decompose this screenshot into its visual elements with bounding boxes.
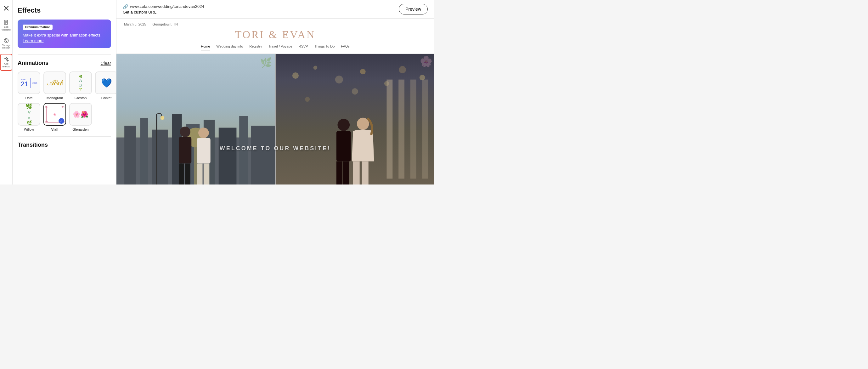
- svg-point-33: [313, 66, 317, 70]
- svg-rect-27: [185, 163, 190, 185]
- effects-title: Effects: [18, 6, 111, 14]
- svg-rect-51: [362, 161, 369, 185]
- animation-card-date[interactable]: SEP 21 2026: [18, 71, 40, 94]
- sidebar-item-label: Change Design: [1, 44, 11, 50]
- svg-point-39: [305, 97, 310, 102]
- animation-label-willow: Willow: [24, 127, 34, 131]
- url-row: 🔗 www.zola.com/wedding/toriandevan2024: [123, 4, 204, 9]
- nav-item-rsvp[interactable]: RSVP: [299, 44, 308, 50]
- svg-point-35: [360, 69, 366, 74]
- preview-area: 🔗 www.zola.com/wedding/toriandevan2024 G…: [117, 0, 434, 185]
- wedding-location: Georgetown, TN: [152, 22, 178, 26]
- svg-point-8: [7, 39, 7, 40]
- premium-text: Make it extra special with animation eff…: [23, 32, 106, 44]
- animations-grid: SEP 21 2026 Date 𝒜&𝒷 Monogram: [18, 71, 111, 131]
- svg-rect-44: [422, 80, 428, 179]
- hero-area: 🌿: [117, 54, 434, 185]
- sidebar-item-label: Edit Website: [1, 26, 11, 31]
- link-icon: 🔗: [123, 4, 128, 9]
- sidebar-item-edit-website[interactable]: Edit Website: [0, 18, 12, 33]
- animation-label-locket: Locket: [101, 96, 112, 100]
- svg-point-6: [4, 38, 8, 43]
- sidebar: Edit Website Change Design Add effects: [0, 0, 12, 185]
- nav-item-travel[interactable]: Travel / Voyage: [269, 44, 292, 50]
- hero-text: WELCOME TO OUR WEBSITE!: [117, 145, 434, 152]
- premium-banner: Premium feature Make it extra special wi…: [18, 20, 111, 48]
- floral-decoration-left: 🌿: [260, 57, 272, 68]
- svg-rect-30: [197, 163, 203, 185]
- effects-panel: Effects Premium feature Make it extra sp…: [12, 0, 117, 185]
- nav-item-home[interactable]: Home: [201, 44, 210, 50]
- sparkle-icon: [3, 56, 9, 62]
- preview-button[interactable]: Preview: [399, 4, 428, 14]
- wedding-meta: March 8, 2025 Georgetown, TN: [124, 22, 427, 26]
- animation-card-glenarden[interactable]: 🌸🌺: [69, 103, 92, 126]
- svg-rect-50: [353, 161, 360, 185]
- svg-rect-19: [251, 126, 275, 185]
- nav-item-things-to-do[interactable]: Things To Do: [314, 44, 335, 50]
- animation-label-glenarden: Glenarden: [72, 127, 88, 131]
- sidebar-item-label: Add effects: [2, 63, 10, 68]
- website-preview: March 8, 2025 Georgetown, TN TORI & EVAN…: [117, 19, 434, 185]
- svg-point-40: [351, 88, 358, 94]
- animations-title: Animations: [18, 60, 49, 66]
- svg-point-24: [180, 126, 190, 137]
- animation-item-willow: 🌿 H B 🌿 Willow: [18, 103, 40, 131]
- transitions-title: Transitions: [18, 142, 111, 148]
- floral-decoration-right: 🌸: [420, 55, 432, 67]
- url-info: 🔗 www.zola.com/wedding/toriandevan2024 G…: [123, 4, 204, 14]
- hero-text-container: WELCOME TO OUR WEBSITE!: [117, 145, 434, 152]
- animation-item-monogram: 𝒜&𝒷 Monogram: [43, 71, 66, 100]
- animation-item-viall: ❧ ❧ ❧ ❧ 🌸 ✓ Viall: [43, 103, 66, 131]
- document-icon: [3, 20, 9, 25]
- svg-rect-31: [204, 163, 209, 185]
- sidebar-item-add-effects[interactable]: Add effects: [0, 54, 12, 71]
- svg-rect-11: [124, 126, 136, 185]
- animation-item-date: SEP 21 2026 Date: [18, 71, 40, 100]
- clear-button[interactable]: Clear: [101, 61, 111, 66]
- hero-photo-right: 🌸: [276, 54, 434, 185]
- wedding-header: March 8, 2025 Georgetown, TN TORI & EVAN…: [117, 19, 434, 54]
- animation-label-date: Date: [25, 96, 32, 100]
- animation-card-viall[interactable]: ❧ ❧ ❧ ❧ 🌸 ✓: [43, 103, 66, 126]
- animation-card-locket[interactable]: 💙: [95, 71, 117, 94]
- svg-rect-48: [343, 161, 349, 185]
- sidebar-item-change-design[interactable]: Change Design: [0, 36, 12, 52]
- wedding-nav: Home Wedding day info Registry Travel / …: [124, 44, 427, 54]
- animations-section-header: Animations Clear: [18, 60, 111, 66]
- animation-label-viall: Viall: [51, 127, 58, 131]
- url-bar: 🔗 www.zola.com/wedding/toriandevan2024 G…: [117, 0, 434, 19]
- wedding-date: March 8, 2025: [124, 22, 146, 26]
- animation-card-creston[interactable]: 🌿 A B 🌱: [69, 71, 92, 94]
- svg-point-34: [335, 75, 343, 84]
- svg-point-32: [292, 72, 298, 79]
- hero-photo-left: 🌿: [117, 54, 275, 185]
- nav-item-faqs[interactable]: FAQs: [341, 44, 350, 50]
- animation-item-creston: 🌿 A B 🌱 Creston: [69, 71, 92, 100]
- premium-badge: Premium feature: [23, 25, 53, 30]
- animation-label-monogram: Monogram: [46, 96, 63, 100]
- animation-label-creston: Creston: [74, 96, 87, 100]
- animation-card-monogram[interactable]: 𝒜&𝒷: [43, 71, 66, 94]
- learn-more-link[interactable]: Learn more: [23, 38, 43, 43]
- custom-url-link[interactable]: Get a custom URL: [123, 10, 204, 14]
- animation-item-glenarden: 🌸🌺 Glenarden: [69, 103, 92, 131]
- nav-item-registry[interactable]: Registry: [249, 44, 262, 50]
- svg-rect-47: [336, 161, 342, 185]
- svg-point-28: [198, 127, 209, 138]
- svg-rect-26: [179, 163, 184, 185]
- svg-point-7: [5, 39, 6, 40]
- wedding-couple-name: TORI & EVAN: [124, 29, 427, 41]
- close-button[interactable]: [2, 4, 11, 12]
- animation-item-locket: 💙 Locket: [95, 71, 117, 100]
- svg-rect-43: [410, 80, 416, 179]
- nav-item-wedding-day[interactable]: Wedding day info: [217, 44, 243, 50]
- svg-point-37: [399, 66, 406, 73]
- divider: [18, 55, 111, 55]
- svg-point-9: [6, 41, 6, 41]
- animation-card-willow[interactable]: 🌿 H B 🌿: [18, 103, 40, 126]
- svg-rect-42: [398, 80, 404, 179]
- url-text: www.zola.com/wedding/toriandevan2024: [130, 4, 204, 9]
- svg-point-45: [338, 119, 350, 131]
- palette-icon: [3, 38, 9, 43]
